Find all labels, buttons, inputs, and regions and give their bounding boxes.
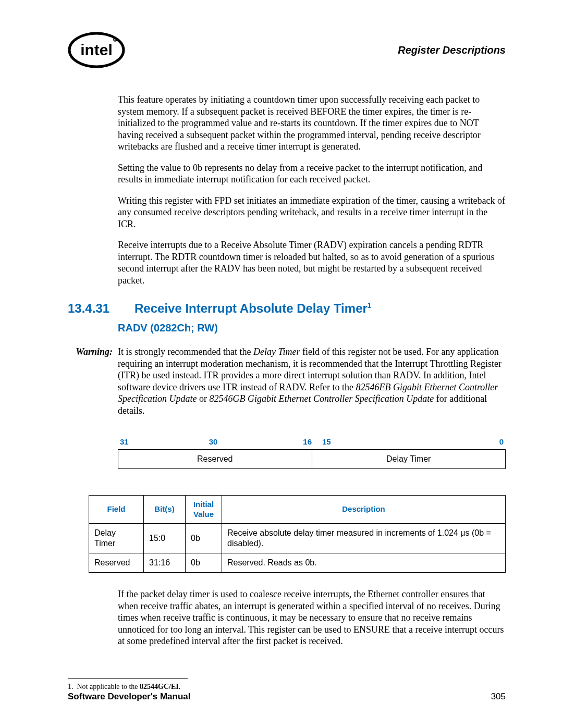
bit-31: 31 [118,437,129,447]
intro-para-3: Writing this register with FPD set initi… [118,195,506,230]
bit-box: Reserved Delay Timer [118,449,506,469]
intro-para-2: Setting the value to 0b represents no de… [118,162,506,186]
bit-delay-timer: Delay Timer [312,450,506,468]
closing-text: If the packet delay timer is used to coa… [118,588,506,647]
cell-initial: 0b [186,524,222,553]
section-superscript: 1 [368,301,372,310]
svg-text:R: R [114,39,116,42]
bit-0: 0 [499,437,506,447]
section-title: Receive Interrupt Absolute Delay Timer1 [134,301,372,316]
bit-labels: 31 30 16 15 0 [118,437,506,447]
bit-16: 16 [303,437,312,447]
page: intel R Register Descriptions This featu… [0,0,563,728]
footnote-marker: 1. [68,683,74,690]
bit-reserved: Reserved [118,450,312,468]
intel-logo: intel R [68,31,125,69]
warning-label: Warning: [68,346,118,416]
footer-manual: Software Developer's Manual [68,691,191,702]
footnote-rule [68,678,188,679]
bit-30: 30 [209,437,218,447]
cell-initial: 0b [186,553,222,573]
intro-para-1: This feature operates by initiating a co… [118,94,506,153]
th-initial: Initial Value [186,495,222,524]
footnote-post: . [179,683,181,690]
intro-para-4: Receive interrupts due to a Receive Abso… [118,239,506,286]
section-subtitle: RADV (0282Ch; RW) [118,322,506,335]
cell-field: Delay Timer [89,524,144,553]
table-header-row: Field Bit(s) Initial Value Description [89,495,506,524]
warn-pre: It is strongly recommended that the [118,347,253,357]
footnote: 1. Not applicable to the 82544GC/EI. [68,682,506,692]
section-heading: 13.4.31 Receive Interrupt Absolute Delay… [68,301,506,316]
section-number: 13.4.31 [68,301,118,316]
page-header: intel R Register Descriptions [68,31,506,69]
cell-desc: Reserved. Reads as 0b. [222,553,506,573]
page-footer: Software Developer's Manual 305 [68,691,506,702]
th-field: Field [89,495,144,524]
warn-italic-1: Delay Timer [253,347,300,357]
warn-mid2: or [197,393,209,404]
cell-bits: 31:16 [144,553,186,573]
section-title-text: Receive Interrupt Absolute Delay Timer [134,301,368,315]
footnote-bold: 82544GC/EI [140,683,179,690]
bit-15: 15 [312,437,331,447]
footer-page-number: 305 [491,691,506,702]
table-row: Delay Timer 15:0 0b Receive absolute del… [89,524,506,553]
intro-text: This feature operates by initiating a co… [118,94,506,286]
table-row: Reserved 31:16 0b Reserved. Reads as 0b. [89,553,506,573]
warning-text: It is strongly recommended that the Dela… [118,346,506,416]
th-desc: Description [222,495,506,524]
field-table-wrap: Field Bit(s) Initial Value Description D… [89,495,506,573]
warn-italic-3: 82546GB Gigabit Ethernet Controller Spec… [209,393,434,404]
closing-para: If the packet delay timer is used to coa… [118,588,506,647]
footnote-pre: Not applicable to the [77,683,140,690]
cell-field: Reserved [89,553,144,573]
bit-diagram: 31 30 16 15 0 Reserved Delay Timer [118,437,506,469]
th-bits: Bit(s) [144,495,186,524]
field-table: Field Bit(s) Initial Value Description D… [89,495,506,573]
warning-block: Warning: It is strongly recommended that… [68,346,506,416]
header-section-title: Register Descriptions [398,44,506,57]
cell-desc: Receive absolute delay timer measured in… [222,524,506,553]
svg-text:intel: intel [80,41,113,58]
cell-bits: 15:0 [144,524,186,553]
